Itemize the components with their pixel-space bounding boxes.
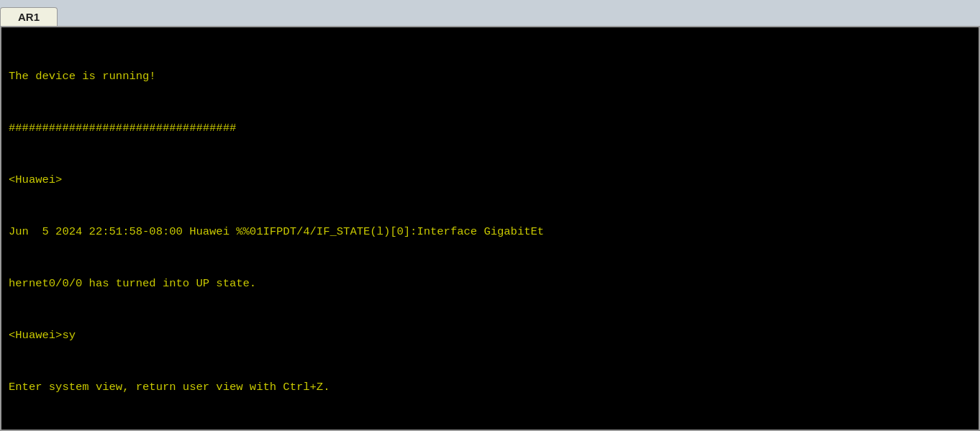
terminal-line-7: Enter system view, return user view with… <box>9 378 971 396</box>
terminal-line-1: The device is running! <box>9 68 971 85</box>
terminal-screen[interactable]: The device is running! #################… <box>0 26 980 431</box>
terminal-line-5: hernet0/0/0 has turned into UP state. <box>9 275 971 292</box>
terminal-line-2: ################################## <box>9 119 971 137</box>
tab-ar1[interactable]: AR1 <box>0 7 58 26</box>
terminal-line-3: <Huawei> <box>9 171 971 189</box>
main-window: AR1 The device is running! #############… <box>0 0 980 431</box>
tab-bar: AR1 <box>0 0 980 26</box>
terminal-output: The device is running! #################… <box>9 33 971 431</box>
terminal-line-4: Jun 5 2024 22:51:58-08:00 Huawei %%01IFP… <box>9 223 971 240</box>
terminal-line-6: <Huawei>sy <box>9 327 971 344</box>
